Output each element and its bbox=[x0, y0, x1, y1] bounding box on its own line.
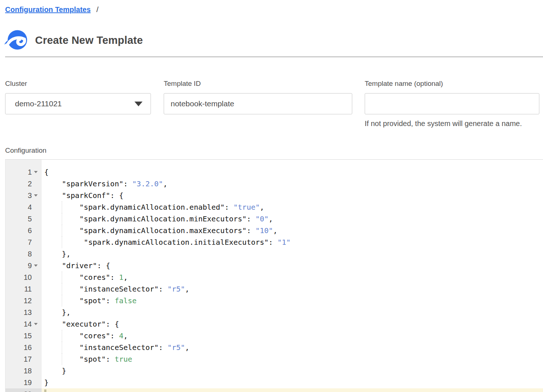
gutter-line-number: 11 bbox=[5, 283, 42, 295]
fold-slot bbox=[33, 380, 39, 385]
gutter-line-number: 5 bbox=[5, 213, 42, 225]
line-number: 18 bbox=[24, 367, 32, 375]
code-token: "spark.dynamicAllocation.minExecutors": bbox=[44, 214, 255, 223]
fold-slot bbox=[33, 216, 39, 222]
code-line[interactable]: } bbox=[42, 377, 543, 388]
code-line[interactable]: "instanceSelector": "r5", bbox=[42, 342, 543, 353]
template-name-helper-text: If not provided, the system will generat… bbox=[365, 119, 539, 128]
fold-slot bbox=[33, 298, 39, 304]
fold-arrow-icon[interactable] bbox=[34, 171, 38, 173]
line-number: 6 bbox=[28, 227, 32, 235]
code-token: "true" bbox=[233, 203, 260, 212]
indent-guide bbox=[62, 213, 62, 225]
fold-slot bbox=[33, 228, 39, 233]
code-line[interactable]: "sparkVersion": "3.2.0", bbox=[42, 178, 543, 190]
code-line[interactable]: "spark.dynamicAllocation.maxExecutors": … bbox=[42, 225, 543, 236]
code-token: , bbox=[273, 226, 277, 235]
ocean-spark-logo-icon bbox=[4, 29, 28, 51]
fold-slot bbox=[33, 239, 39, 245]
fold-slot bbox=[33, 368, 39, 374]
template-id-label: Template ID bbox=[164, 80, 352, 88]
code-line[interactable]: "executor": { bbox=[42, 318, 543, 330]
code-token: "spark.dynamicAllocation.initialExecutor… bbox=[44, 238, 277, 247]
code-token: }, bbox=[44, 250, 71, 258]
code-line[interactable] bbox=[42, 388, 543, 392]
code-line[interactable]: "cores": 1, bbox=[42, 271, 543, 283]
gutter-line-number: 20 bbox=[5, 388, 42, 392]
code-token: , bbox=[185, 343, 189, 352]
code-token: "spark.dynamicAllocation.enabled": bbox=[44, 203, 233, 212]
code-token: , bbox=[260, 203, 264, 212]
code-line[interactable]: }, bbox=[42, 248, 543, 260]
code-line[interactable]: "driver": { bbox=[42, 260, 543, 271]
dropdown-arrow-icon bbox=[134, 102, 143, 106]
cluster-label: Cluster bbox=[5, 80, 151, 88]
gutter-line-number: 3 bbox=[5, 190, 42, 201]
line-number: 3 bbox=[28, 191, 32, 200]
cluster-field: Cluster demo-211021 bbox=[5, 80, 151, 114]
code-line[interactable]: "spot": true bbox=[42, 353, 543, 365]
code-token: "driver": { bbox=[44, 261, 110, 270]
code-token: "instanceSelector": bbox=[44, 285, 167, 293]
editor-code-area[interactable]: { "sparkVersion": "3.2.0", "sparkConf": … bbox=[42, 160, 543, 392]
code-line[interactable]: "spark.dynamicAllocation.minExecutors": … bbox=[42, 213, 543, 225]
gutter-line-number: 14 bbox=[5, 318, 42, 330]
fold-arrow-icon[interactable] bbox=[34, 323, 38, 325]
template-name-label: Template name (optional) bbox=[365, 80, 539, 88]
line-number: 10 bbox=[24, 273, 32, 282]
fold-arrow-icon[interactable] bbox=[34, 194, 38, 197]
line-number: 1 bbox=[28, 168, 32, 176]
code-token: "r5" bbox=[167, 343, 185, 352]
line-number: 19 bbox=[24, 378, 32, 387]
page-header: Create New Template bbox=[4, 29, 143, 51]
code-token: "sparkConf": { bbox=[44, 191, 124, 200]
code-token: , bbox=[163, 179, 167, 188]
code-token: "cores": bbox=[44, 331, 119, 340]
editor-gutter: 1234567891011121314151617181920 bbox=[5, 160, 42, 392]
code-token: , bbox=[269, 214, 273, 223]
gutter-line-number: 8 bbox=[5, 248, 42, 260]
template-name-input[interactable] bbox=[365, 93, 539, 114]
indent-guide bbox=[62, 201, 62, 213]
code-line[interactable]: "instanceSelector": "r5", bbox=[42, 283, 543, 295]
code-token: "spark.dynamicAllocation.maxExecutors": bbox=[44, 226, 255, 235]
code-line[interactable]: } bbox=[42, 365, 543, 377]
code-line[interactable]: "spot": false bbox=[42, 295, 543, 307]
fold-slot bbox=[33, 345, 39, 350]
code-line[interactable]: "cores": 4, bbox=[42, 330, 543, 342]
code-token: , bbox=[124, 273, 128, 282]
fold-slot bbox=[33, 356, 39, 362]
code-line[interactable]: "sparkConf": { bbox=[42, 190, 543, 201]
indent-guide bbox=[62, 295, 62, 307]
fold-slot bbox=[33, 309, 39, 315]
fold-slot bbox=[33, 274, 39, 280]
code-line[interactable]: "spark.dynamicAllocation.initialExecutor… bbox=[42, 236, 543, 248]
code-token: "10" bbox=[255, 226, 273, 235]
line-number: 15 bbox=[24, 332, 32, 340]
code-token: }, bbox=[44, 308, 71, 317]
code-token: "instanceSelector": bbox=[44, 343, 167, 352]
cluster-select-value: demo-211021 bbox=[15, 99, 62, 108]
code-line[interactable]: { bbox=[42, 166, 543, 178]
code-token: "cores": bbox=[44, 273, 119, 282]
cluster-select[interactable]: demo-211021 bbox=[5, 93, 151, 114]
gutter-line-number: 12 bbox=[5, 295, 42, 307]
line-number: 14 bbox=[24, 320, 32, 328]
code-token: "spot": bbox=[44, 296, 115, 305]
code-token: } bbox=[44, 378, 49, 387]
breadcrumb-link-configuration-templates[interactable]: Configuration Templates bbox=[5, 5, 91, 14]
code-token: "1" bbox=[277, 238, 291, 247]
json-code-editor[interactable]: 1234567891011121314151617181920 { "spark… bbox=[5, 159, 543, 392]
template-id-input[interactable] bbox=[164, 93, 352, 114]
indent-guide bbox=[62, 236, 62, 248]
code-line[interactable]: }, bbox=[42, 307, 543, 318]
indent-guide bbox=[62, 271, 62, 283]
line-number: 8 bbox=[28, 250, 32, 258]
page-title: Create New Template bbox=[35, 34, 143, 46]
code-line[interactable]: "spark.dynamicAllocation.enabled": "true… bbox=[42, 201, 543, 213]
code-token: "executor": { bbox=[44, 320, 119, 328]
indent-guide bbox=[62, 330, 62, 342]
line-number: 5 bbox=[28, 215, 32, 223]
fold-slot bbox=[33, 321, 39, 327]
fold-arrow-icon[interactable] bbox=[34, 264, 38, 267]
